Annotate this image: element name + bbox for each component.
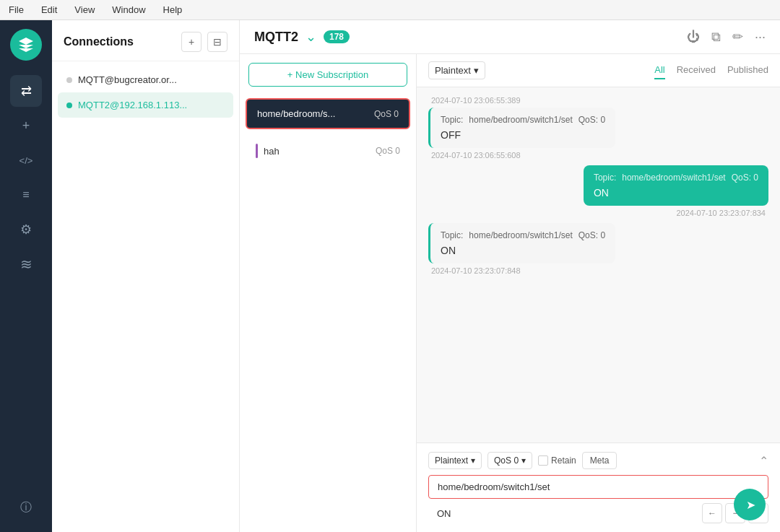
edit-btn[interactable]: ✏ [732, 29, 743, 45]
sub-item-left-1: hah [256, 144, 280, 158]
menu-help[interactable]: Help [160, 3, 186, 17]
tab-received[interactable]: Received [677, 61, 716, 79]
input-area: Plaintext ▾ QoS 0 ▾ Retain Meta ⌃ [417, 442, 780, 532]
messages-list: 2024-07-10 23:06:55:389 Topic: home/bedr… [417, 87, 780, 442]
sub-topic-0: home/bedroom/s... [257, 108, 335, 119]
menu-view[interactable]: View [72, 3, 98, 17]
message-topic-label-1: Topic: [594, 173, 616, 183]
input-qos-label: QoS 0 [494, 455, 519, 466]
connections-header: Connections + ⊟ [52, 20, 239, 61]
message-wrapper-0: 2024-07-10 23:06:55:389 Topic: home/bedr… [428, 96, 768, 160]
retain-checkbox[interactable] [538, 455, 548, 466]
sidebar-subscribe-btn[interactable]: ≋ [10, 248, 42, 280]
connections-actions: + ⊟ [181, 32, 228, 52]
more-btn[interactable]: ··· [755, 30, 766, 45]
sub-qos-1: QoS 0 [376, 146, 400, 156]
messages-panel: Plaintext ▾ All Received Published 2024-… [417, 54, 780, 532]
message-qos-0: QoS: 0 [578, 115, 605, 125]
power-btn[interactable]: ⏻ [687, 30, 700, 45]
mqtt-header-actions: ⏻ ⧉ ✏ ··· [687, 29, 766, 45]
nav-back-btn[interactable]: ← [702, 503, 722, 523]
logo-icon [17, 36, 35, 53]
message-topic-value-0: home/bedroom/switch1/set [469, 115, 572, 125]
subscription-item-0[interactable]: home/bedroom/s... QoS 0 [246, 98, 410, 129]
connection-status-dot-mqtt2 [66, 103, 72, 108]
subscriptions-panel: + New Subscription home/bedroom/s... QoS… [240, 54, 417, 532]
send-icon: ➤ [746, 498, 755, 512]
filter-tabs: All Received Published [654, 61, 768, 79]
message-topic-label-0: Topic: [441, 115, 463, 125]
connection-name-mqtt2: MQTT2@192.168.1.113... [78, 100, 187, 110]
mqtt-title-area: MQTT2 ⌄ 178 [254, 29, 350, 45]
sidebar-code-btn[interactable]: </> [10, 144, 42, 176]
message-wrapper-1: Topic: home/bedroom/switch1/set QoS: 0 O… [428, 165, 768, 217]
format-dropdown[interactable]: Plaintext ▾ [428, 61, 485, 79]
mqtt-dropdown-arrow[interactable]: ⌄ [306, 29, 316, 45]
connection-item-mqtt2[interactable]: MQTT2@192.168.1.113... [58, 92, 233, 118]
add-connection-btn[interactable]: + [181, 32, 202, 52]
retain-text: Retain [551, 455, 576, 466]
format-arrow: ▾ [474, 65, 479, 76]
connection-status-dot-mqtt1 [66, 77, 72, 83]
menu-bar: File Edit View Window Help [0, 0, 780, 20]
main-content: MQTT2 ⌄ 178 ⏻ ⧉ ✏ ··· + New Subscription… [240, 20, 780, 532]
message-input-row: ← − → [428, 503, 768, 523]
menu-edit[interactable]: Edit [38, 3, 60, 17]
message-wrapper-2: Topic: home/bedroom/switch1/set QoS: 0 O… [428, 223, 768, 275]
sidebar-connections-btn[interactable]: ⇄ [10, 75, 42, 107]
message-body-0: OFF [441, 129, 605, 141]
menu-window[interactable]: Window [109, 3, 148, 17]
sidebar-settings-btn[interactable]: ⚙ [10, 214, 42, 245]
message-bubble-1: Topic: home/bedroom/switch1/set QoS: 0 O… [584, 165, 768, 206]
message-topic-value-2: home/bedroom/switch1/set [469, 230, 572, 240]
connection-name-mqtt1: MQTT@bugcreator.or... [78, 74, 177, 85]
message-topic-label-2: Topic: [441, 230, 463, 240]
meta-btn[interactable]: Meta [582, 452, 618, 469]
mqtt-message-count: 178 [324, 30, 350, 43]
sub-topic-1: hah [264, 146, 280, 157]
menu-file[interactable]: File [6, 3, 27, 17]
tab-published[interactable]: Published [727, 61, 768, 79]
layout-btn[interactable]: ⊟ [207, 32, 228, 52]
retain-label[interactable]: Retain [538, 455, 576, 466]
connection-list: MQTT@bugcreator.or... MQTT2@192.168.1.11… [52, 61, 239, 123]
topic-input[interactable] [428, 475, 768, 499]
message-bubble-0: Topic: home/bedroom/switch1/set QoS: 0 O… [428, 108, 615, 148]
new-subscription-btn[interactable]: + New Subscription [248, 63, 407, 87]
message-input[interactable] [428, 504, 696, 523]
message-topic-value-1: home/bedroom/switch1/set [622, 173, 725, 183]
copy-btn[interactable]: ⧉ [711, 30, 721, 45]
message-topic-line-0: Topic: home/bedroom/switch1/set QoS: 0 [441, 115, 605, 125]
content-layout: + New Subscription home/bedroom/s... QoS… [240, 54, 780, 532]
message-bubble-2: Topic: home/bedroom/switch1/set QoS: 0 O… [428, 223, 615, 263]
filter-bar: Plaintext ▾ All Received Published [417, 54, 780, 87]
connections-panel: Connections + ⊟ MQTT@bugcreator.or... MQ… [52, 20, 240, 532]
expand-btn[interactable]: ⌃ [759, 454, 768, 468]
input-qos-arrow: ▾ [521, 455, 526, 466]
connections-title: Connections [64, 35, 134, 48]
app-logo [10, 29, 42, 61]
input-format-arrow: ▾ [471, 455, 475, 466]
sub-qos-0: QoS 0 [374, 109, 399, 119]
connection-item-mqtt1[interactable]: MQTT@bugcreator.or... [58, 67, 233, 92]
sidebar-info-btn[interactable]: ⓘ [10, 492, 42, 523]
sidebar-log-btn[interactable]: ≡ [10, 179, 42, 211]
input-format-label: Plaintext [435, 455, 468, 466]
message-topic-line-1: Topic: home/bedroom/switch1/set QoS: 0 [594, 173, 758, 183]
message-topic-line-2: Topic: home/bedroom/switch1/set QoS: 0 [441, 230, 605, 240]
sub-indicator-1 [256, 144, 258, 158]
input-toolbar: Plaintext ▾ QoS 0 ▾ Retain Meta ⌃ [428, 452, 768, 469]
send-button[interactable]: ➤ [734, 489, 766, 520]
sidebar-add-btn[interactable]: + [10, 110, 42, 141]
format-label: Plaintext [435, 65, 471, 76]
app-container: ⇄ + </> ≡ ⚙ ≋ ⓘ Connections + ⊟ MQTT@bug… [0, 20, 780, 532]
message-timestamp-below-2: 2024-07-10 23:23:07:848 [428, 266, 524, 275]
input-qos-dropdown[interactable]: QoS 0 ▾ [488, 452, 532, 469]
message-body-1: ON [594, 187, 758, 199]
sub-item-left-0: home/bedroom/s... [257, 108, 335, 119]
input-format-dropdown[interactable]: Plaintext ▾ [428, 452, 482, 469]
mqtt-header: MQTT2 ⌄ 178 ⏻ ⧉ ✏ ··· [240, 20, 780, 54]
subscription-item-1[interactable]: hah QoS 0 [246, 135, 410, 167]
tab-all[interactable]: All [654, 61, 664, 79]
sidebar: ⇄ + </> ≡ ⚙ ≋ ⓘ [0, 20, 52, 532]
